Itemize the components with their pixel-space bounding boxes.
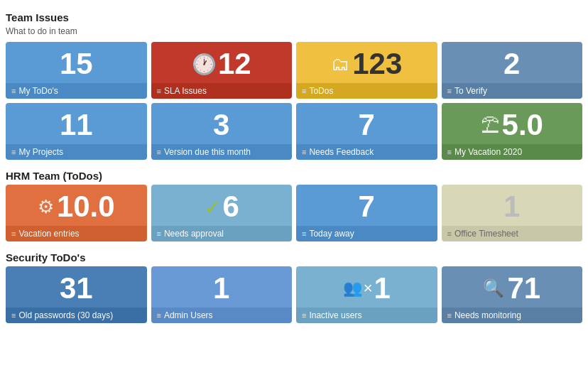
tile-label: Today away	[309, 229, 354, 239]
tile-bottom: ≡ Admin Users	[151, 308, 293, 323]
tile-to-verify[interactable]: 2 ≡ To Verify	[442, 42, 583, 99]
tile-my-vacation[interactable]: ⛱5.0 ≡ My Vacation 2020	[442, 103, 583, 160]
tile-label: To Verify	[454, 86, 487, 96]
tile-needs-approval[interactable]: ✓6 ≡ Needs approval	[151, 185, 293, 241]
tile-label: Old passwords (30 days)	[18, 310, 113, 320]
list-icon: ≡	[11, 311, 16, 320]
tile-label: Vacation entries	[18, 229, 79, 239]
umbrella-icon: ⛱	[481, 114, 499, 136]
tile-todos[interactable]: 🗂123 ≡ ToDos	[296, 42, 437, 99]
tile-bottom: ≡ ToDos	[296, 83, 437, 99]
tile-bottom: ≡ My ToDo's	[6, 83, 147, 99]
list-icon: ≡	[157, 148, 161, 156]
tile-today-away[interactable]: 7 ≡ Today away	[296, 185, 437, 241]
tile-vacation-entries[interactable]: ⚙10.0 ≡ Vacation entries	[6, 185, 147, 241]
tile-old-passwords[interactable]: 31 ≡ Old passwords (30 days)	[6, 266, 147, 323]
tile-needs-feedback[interactable]: 7 ≡ Needs Feedback	[296, 103, 437, 160]
tile-label: ToDos	[309, 86, 333, 96]
list-icon: ≡	[447, 148, 452, 156]
tile-bottom: ≡ Office Timesheet	[442, 226, 583, 241]
list-icon: ≡	[302, 229, 306, 238]
tile-top: 31	[6, 266, 147, 308]
tile-my-projects[interactable]: 11 ≡ My Projects	[6, 103, 147, 160]
list-icon: ≡	[447, 87, 452, 95]
list-icon: ≡	[302, 148, 306, 156]
tile-label: Admin Users	[164, 310, 213, 320]
section-hrm-team: HRM Team (ToDos) ⚙10.0 ≡ Vacation entrie…	[6, 170, 582, 241]
section-team-issues: Team IssuesWhat to do in team 15 ≡ My To…	[6, 11, 582, 160]
tile-inactive-users[interactable]: 👥×1 ≡ Inactive users	[296, 266, 437, 323]
section-security-todos: Security ToDo's 31 ≡ Old passwords (30 d…	[6, 251, 582, 323]
tile-top: 2	[442, 42, 583, 83]
tile-label: Inactive users	[309, 310, 361, 320]
tile-number: 5.0	[502, 110, 543, 140]
list-icon: ≡	[157, 229, 161, 238]
tile-sla-issues[interactable]: 🕐12 ≡ SLA Issues	[151, 42, 293, 99]
tile-label: Needs monitoring	[454, 310, 521, 320]
tile-top: 3	[151, 103, 293, 144]
tile-grid-team-issues: 15 ≡ My ToDo's 🕐12 ≡ SLA Issues 🗂123	[6, 42, 582, 160]
tile-label: My ToDo's	[18, 86, 58, 96]
tile-my-todos[interactable]: 15 ≡ My ToDo's	[6, 42, 147, 99]
tile-top: ⛱5.0	[442, 103, 583, 144]
tile-bottom: ≡ To Verify	[442, 83, 583, 99]
tile-grid-hrm-team: ⚙10.0 ≡ Vacation entries ✓6 ≡ Needs appr…	[6, 185, 582, 241]
tile-bottom: ≡ Vacation entries	[6, 226, 147, 241]
tile-label: Version due this month	[164, 147, 251, 157]
tile-top: 🕐12	[151, 42, 293, 83]
checkmark-icon: ✓	[204, 195, 222, 219]
tile-number: 1	[503, 192, 520, 222]
section-subtitle-team-issues: What to do in team	[6, 26, 582, 36]
list-icon: ≡	[447, 229, 452, 238]
list-icon: ≡	[447, 311, 452, 320]
tile-number: 3	[213, 110, 229, 140]
list-icon: ≡	[302, 311, 306, 320]
tile-number: 7	[359, 110, 375, 140]
tile-needs-monitoring[interactable]: 🔍71 ≡ Needs monitoring	[442, 266, 583, 323]
tile-top: 1	[151, 266, 293, 308]
tile-office-timesheet[interactable]: 1 ≡ Office Timesheet	[442, 185, 583, 241]
tile-bottom: ≡ Needs approval	[151, 226, 293, 241]
tile-bottom: ≡ Inactive users	[296, 308, 437, 323]
tile-bottom: ≡ Needs Feedback	[296, 144, 437, 160]
tile-number: 11	[60, 110, 93, 140]
tile-number: 7	[359, 192, 375, 222]
tile-top: 11	[6, 103, 147, 144]
tile-number: 10.0	[57, 192, 115, 222]
section-title-security-todos: Security ToDo's	[6, 251, 582, 263]
tile-number: 1	[374, 273, 391, 303]
tile-number: 1	[213, 273, 229, 303]
tile-top: 1	[442, 185, 583, 226]
tile-top: 7	[296, 185, 437, 226]
list-icon: ≡	[302, 87, 306, 95]
tile-admin-users[interactable]: 1 ≡ Admin Users	[151, 266, 293, 323]
tile-bottom: ≡ My Projects	[6, 144, 147, 160]
tile-number: 15	[60, 49, 93, 79]
tile-top: ⚙10.0	[6, 185, 147, 226]
tile-number: 123	[352, 49, 402, 79]
list-icon: ≡	[157, 87, 161, 95]
tile-label: Office Timesheet	[454, 229, 518, 239]
tile-bottom: ≡ Version due this month	[151, 144, 293, 160]
tile-label: My Projects	[18, 147, 63, 157]
users-icon: 👥	[343, 279, 362, 298]
tile-grid-security-todos: 31 ≡ Old passwords (30 days) 1 ≡ Admin U…	[6, 266, 582, 323]
search-icon: 🔍	[483, 278, 504, 298]
tile-bottom: ≡ My Vacation 2020	[442, 144, 583, 160]
gear-icon: ⚙	[38, 196, 54, 218]
tile-top: 7	[296, 103, 437, 144]
tile-number: 12	[218, 49, 251, 79]
tile-bottom: ≡ SLA Issues	[151, 83, 293, 99]
tile-label: Needs Feedback	[309, 147, 374, 157]
tile-top: 🔍71	[442, 266, 583, 308]
tile-number: 71	[507, 273, 540, 303]
tile-number: 6	[223, 192, 239, 222]
list-icon: ≡	[11, 229, 16, 238]
tile-version-due[interactable]: 3 ≡ Version due this month	[151, 103, 293, 160]
tile-bottom: ≡ Old passwords (30 days)	[6, 308, 147, 323]
tile-label: SLA Issues	[164, 86, 207, 96]
tile-label: Needs approval	[164, 229, 224, 239]
section-title-hrm-team: HRM Team (ToDos)	[6, 170, 582, 182]
tile-top: ✓6	[151, 185, 293, 226]
list-icon: ≡	[157, 311, 161, 320]
